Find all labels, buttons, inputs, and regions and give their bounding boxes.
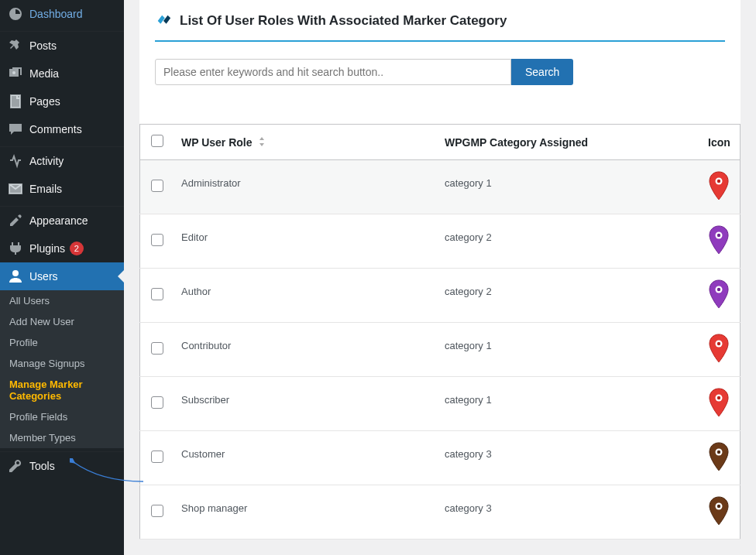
row-checkbox[interactable] [151,342,163,355]
category-cell: category 1 [445,340,492,351]
row-checkbox[interactable] [151,451,163,463]
search-button[interactable]: Search [511,59,573,85]
submenu-profile-fields[interactable]: Profile Fields [0,406,124,427]
col-role[interactable]: WP User Role [174,125,437,160]
row-checkbox[interactable] [151,180,163,192]
plugins-icon [8,241,23,256]
plugins-badge: 2 [70,242,84,255]
row-checkbox[interactable] [151,505,163,517]
table-row: Subscriber category 1 [140,377,741,431]
table-row: Administrator category 1 [140,160,741,214]
search-input[interactable] [155,59,511,85]
panel-title-text: List Of User Roles With Associated Marke… [180,13,507,29]
users-submenu: All Users Add New User Profile Manage Si… [0,290,124,448]
table-row: Author category 2 [140,269,741,323]
menu-label: Comments [29,123,82,135]
row-checkbox[interactable] [151,288,163,300]
category-cell: category 1 [445,394,492,406]
category-cell: category 2 [445,231,492,243]
menu-label: Activity [29,155,64,167]
role-cell[interactable]: Editor [181,231,208,243]
panel-title: List Of User Roles With Associated Marke… [155,12,725,42]
activity-icon [8,153,23,169]
menu-label: Pages [29,95,60,108]
svg-point-4 [717,180,720,183]
users-icon [8,269,23,284]
roles-table: WP User Role WPGMP Category Assigned Ico… [139,124,741,540]
menu-users[interactable]: Users [0,262,124,290]
menu-label: Plugins [29,242,65,255]
svg-point-16 [717,505,720,508]
category-cell: category 3 [445,502,492,514]
menu-label: Emails [29,183,62,195]
menu-label: Posts [29,39,57,52]
submenu-profile[interactable]: Profile [0,332,124,353]
marker-icon [708,462,730,474]
panel-logo-icon [155,12,172,29]
category-cell: category 2 [445,286,492,297]
category-cell: category 1 [445,177,492,189]
submenu-add-new-user[interactable]: Add New User [0,311,124,332]
col-icon: Icon [700,125,741,160]
menu-label: Dashboard [29,8,83,20]
appearance-icon [8,213,23,228]
table-row: Shop manager category 3 [140,485,741,540]
table-row: Customer category 3 [140,431,741,485]
menu-appearance[interactable]: Appearance [0,207,124,235]
svg-point-10 [717,342,720,345]
svg-point-8 [717,288,720,291]
table-row: Contributor category 1 [140,323,741,377]
submenu-manage-marker-categories[interactable]: Manage Marker Categories [0,374,124,406]
row-checkbox[interactable] [151,234,163,246]
menu-pages[interactable]: Pages [0,87,124,115]
role-cell[interactable]: Administrator [181,177,241,189]
tools-icon [8,458,23,474]
role-cell[interactable]: Subscriber [181,394,229,406]
comments-icon [8,122,23,137]
marker-icon [708,245,730,257]
col-category: WPGMP Category Assigned [437,125,700,160]
role-cell[interactable]: Contributor [181,340,231,351]
svg-point-6 [717,234,720,237]
marker-icon [708,408,730,420]
menu-emails[interactable]: Emails [0,175,124,203]
submenu-member-types[interactable]: Member Types [0,427,124,448]
svg-point-14 [717,451,720,454]
admin-sidebar: Dashboard Posts Media Pages Commen [0,0,124,555]
pin-icon [8,38,23,53]
svg-rect-1 [9,184,22,194]
category-cell: category 3 [445,448,492,460]
table-row: Editor category 2 [140,214,741,269]
menu-activity[interactable]: Activity [0,147,124,175]
role-cell[interactable]: Author [181,286,211,297]
menu-label: Appearance [29,214,88,227]
pages-icon [8,94,23,109]
select-all-checkbox[interactable] [151,135,163,147]
menu-posts[interactable]: Posts [0,32,124,60]
email-icon [8,181,23,197]
menu-label: Users [29,270,58,283]
menu-media[interactable]: Media [0,60,124,87]
svg-point-12 [717,396,720,399]
menu-tools[interactable]: Tools [0,452,124,480]
marker-icon [708,300,730,311]
submenu-all-users[interactable]: All Users [0,290,124,311]
menu-label: Tools [29,460,55,472]
row-checkbox[interactable] [151,396,163,409]
marker-icon [708,516,730,528]
panel: List Of User Roles With Associated Marke… [139,0,741,124]
role-cell[interactable]: Customer [181,448,225,460]
media-icon [8,66,23,81]
marker-icon [708,191,730,203]
menu-dashboard[interactable]: Dashboard [0,0,124,28]
menu-plugins[interactable]: Plugins 2 [0,235,124,262]
menu-label: Media [29,67,59,80]
submenu-manage-signups[interactable]: Manage Signups [0,353,124,374]
svg-point-2 [12,270,19,276]
marker-icon [708,354,730,365]
menu-comments[interactable]: Comments [0,115,124,143]
dashboard-icon [8,6,23,22]
role-cell[interactable]: Shop manager [181,502,247,514]
sort-icon [258,137,266,148]
svg-point-0 [12,71,15,74]
